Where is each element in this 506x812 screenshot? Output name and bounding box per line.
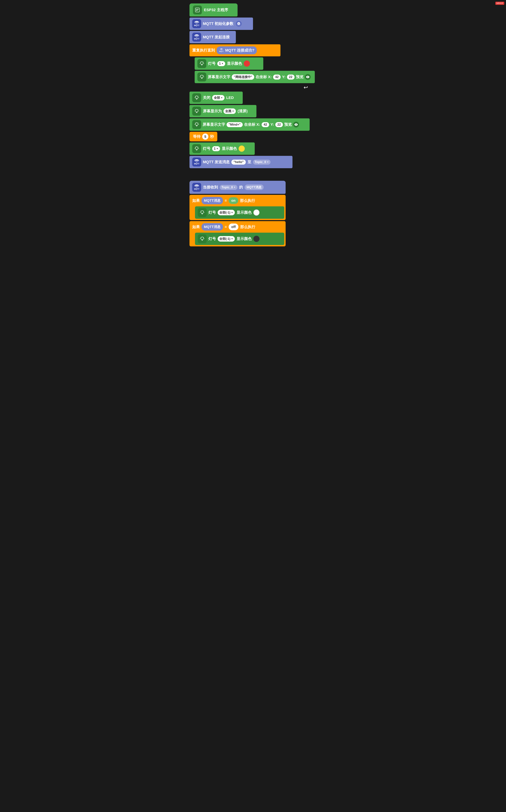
svg-line-47 [195, 123, 195, 123]
all-black-dropdown[interactable]: 全黑 ▼ [224, 109, 236, 114]
svg-line-19 [203, 75, 203, 76]
led-icon-all-2 [198, 234, 207, 243]
mqtt-send-block: MQTT MQTT 发送消息 "hello" 至 Topic_0 ▼ [189, 156, 292, 168]
color-dot-white[interactable] [253, 209, 259, 216]
svg-line-31 [195, 96, 195, 96]
x-val-1: 42 [275, 75, 278, 79]
mqtt-msg-pill: MQTT消息 [245, 185, 264, 190]
all-black-val: 全黑 [225, 109, 231, 113]
svg-line-29 [198, 96, 198, 96]
led-color-red-block: 灯号 1 ▼ 显示颜色 [195, 57, 263, 70]
if-label-1: 如果 [192, 198, 200, 203]
color-dot-dark[interactable] [253, 236, 259, 242]
svg-point-7 [200, 62, 203, 64]
light-num-1-dropdown[interactable]: 1 ▼ [217, 61, 225, 66]
light-num-2-dropdown[interactable]: 1 ▼ [212, 146, 220, 151]
led-all-white-block: 灯号 全部(-1) ▼ 显示颜色 [195, 206, 284, 219]
gear-icon[interactable] [236, 21, 242, 27]
close-label: 关闭 [203, 95, 210, 100]
mqtt-init-block: MQTT MQTT 初始化参数 [189, 17, 253, 30]
color-dot-red[interactable] [244, 61, 250, 67]
esp32-title: ESP32 主程序 [204, 7, 228, 12]
y-coord-2[interactable]: 22 [275, 122, 283, 127]
topic0-val: Topic_0 [255, 160, 266, 164]
if-on-header: 如果 MQTT消息 = on 那么执行 [189, 195, 285, 206]
all-minus1-dropdown-2[interactable]: 全部(-1) ▼ [218, 236, 235, 242]
network-text-val: "网络连接中" [234, 75, 252, 79]
y-label1: Y: [282, 75, 285, 79]
led-label: LED [226, 95, 234, 100]
wait-label: 等待 [193, 134, 200, 139]
wait-num-val: 5 [204, 135, 206, 139]
to-label: 至 [248, 159, 251, 164]
y-val-1: 22 [289, 75, 292, 79]
svg-point-61 [201, 211, 203, 213]
mqtt-connect-label: MQTT 发起连接 [203, 35, 230, 40]
topic0-dropdown[interactable]: Topic_0 ▼ [253, 159, 271, 164]
svg-point-41 [195, 123, 198, 125]
led-color-yellow-block: 灯号 1 ▼ 显示颜色 [189, 142, 255, 155]
show-color-label4: 显示颜色 [237, 236, 252, 242]
close-led-block: 关闭 全部 ▼ LED [189, 91, 243, 104]
svg-line-75 [201, 237, 201, 238]
svg-point-33 [195, 109, 198, 112]
svg-point-51 [195, 147, 198, 149]
screen-black-block: 屏幕显示为 全黑 ▼ (清屏) [189, 105, 256, 117]
svg-line-57 [195, 147, 195, 147]
color-dot-yellow[interactable] [239, 145, 245, 152]
on-val: on [231, 199, 236, 202]
section-gap [189, 169, 317, 181]
show-color-label2: 显示颜色 [222, 146, 237, 151]
screen-text-network-block: 屏幕显示文字 "网络连接中" 在坐标 X: 42 Y: 22 预览 [195, 71, 315, 83]
show-color-label1: 显示颜色 [227, 61, 242, 66]
recv-topic0-val: Topic_0 [222, 186, 233, 189]
mqtt-msg-cond-2-label: MQTT消息 [204, 224, 221, 229]
screen-icon-2 [192, 120, 201, 129]
svg-line-65 [203, 211, 204, 211]
wait-num-pill[interactable]: 5 [202, 134, 208, 140]
y-coord-1[interactable]: 22 [287, 75, 294, 79]
led-icon-1 [197, 59, 206, 68]
svg-point-69 [201, 237, 203, 240]
mqtt-init-icon: MQTT [192, 19, 201, 28]
screen-text-label1: 屏幕显示文字 [208, 74, 230, 79]
watermark-badge: 创客社区 [495, 2, 504, 5]
x-coord-2[interactable]: 42 [262, 122, 269, 127]
svg-line-67 [201, 211, 201, 211]
all-minus1-dropdown-1[interactable]: 全部(-1) ▼ [218, 210, 235, 215]
eye-icon-2[interactable] [293, 122, 299, 128]
recv-topic0-dropdown[interactable]: Topic_0 ▼ [220, 185, 237, 190]
network-text-pill[interactable]: "网络连接中" [232, 74, 254, 80]
light-num-label2: 灯号 [203, 146, 210, 151]
led-icon-close [192, 93, 201, 102]
light-num-label1: 灯号 [208, 61, 216, 66]
then-label-1: 那么执行 [240, 198, 255, 203]
off-val: off [231, 225, 236, 229]
svg-line-21 [200, 75, 201, 76]
screen-as-label: 屏幕显示为 [203, 109, 222, 114]
section2: MQTT 当接收到 Topic_0 ▼ 的 MQTT消息 如果 MQTT消息 =… [189, 181, 317, 247]
x-coord-1[interactable]: 42 [273, 75, 281, 79]
svg-point-4 [238, 23, 239, 24]
eye-icon-1[interactable] [305, 74, 311, 80]
hello-text-pill[interactable]: "hello" [231, 159, 246, 164]
svg-line-45 [198, 123, 198, 123]
if-on-block: 如果 MQTT消息 = on 那么执行 [189, 195, 285, 220]
mqtt-success-pill: MQTT MQTT 连接成功? [217, 46, 257, 54]
light-num-label4: 灯号 [208, 236, 216, 242]
preview-label2: 预览 [284, 122, 292, 127]
mindplus-text-pill[interactable]: "Mind+" [227, 122, 243, 127]
mqtt-connect-block: MQTT MQTT 发起连接 [189, 31, 236, 43]
repeat-until-label: 重复执行直到 [192, 48, 215, 53]
y-label2: Y: [270, 122, 274, 127]
mqtt-success-label: MQTT 连接成功? [225, 48, 254, 53]
all-minus1-val-1: 全部(-1) [219, 210, 230, 215]
light-num-1-val: 1 [219, 62, 221, 65]
when-recv-label: 当接收到 [203, 185, 218, 190]
mqtt-wifi-icon: MQTT [219, 49, 224, 52]
clear-screen-label: (清屏) [238, 109, 248, 114]
screen-black-icon [192, 107, 201, 116]
svg-line-37 [198, 110, 198, 110]
mqtt-init-label: MQTT 初始化参数 [203, 21, 234, 26]
all-dropdown-1[interactable]: 全部 ▼ [212, 95, 225, 100]
